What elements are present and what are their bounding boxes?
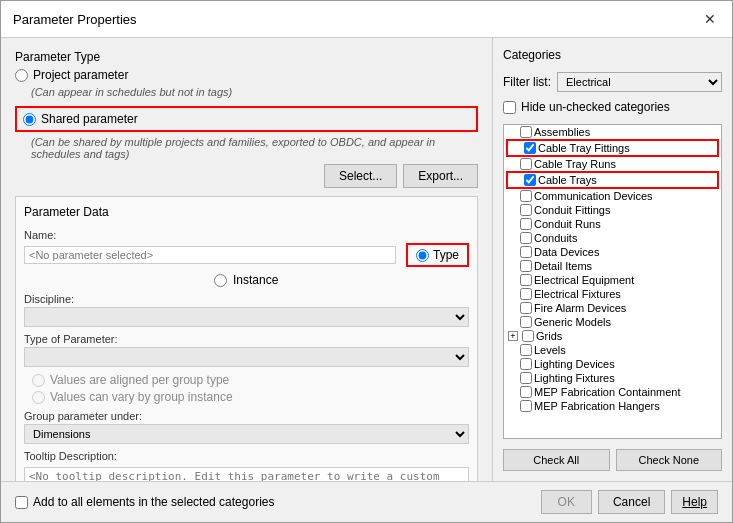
cat-checkbox-lighting-devices[interactable] <box>520 358 532 370</box>
cat-item-communication-devices[interactable]: Communication Devices <box>504 189 721 203</box>
cat-checkbox-mep-fab-containment[interactable] <box>520 386 532 398</box>
cat-item-detail-items[interactable]: Detail Items <box>504 259 721 273</box>
name-input[interactable] <box>24 246 396 264</box>
cat-label-conduit-fittings: Conduit Fittings <box>534 204 610 216</box>
select-button[interactable]: Select... <box>324 164 397 188</box>
cat-item-levels[interactable]: Levels <box>504 343 721 357</box>
cat-item-mep-fab-hangers[interactable]: MEP Fabrication Hangers <box>504 399 721 413</box>
cancel-button[interactable]: Cancel <box>598 490 665 514</box>
hide-unchecked-checkbox[interactable] <box>503 101 516 114</box>
group-select[interactable]: Dimensions <box>24 424 469 444</box>
cat-checkbox-fire-alarm-devices[interactable] <box>520 302 532 314</box>
cat-label-assemblies: Assemblies <box>534 126 590 138</box>
cat-checkbox-conduits[interactable] <box>520 232 532 244</box>
cat-label-cable-trays: Cable Trays <box>538 174 597 186</box>
grids-expand-icon[interactable]: + <box>508 331 518 341</box>
instance-row: Instance <box>214 273 469 287</box>
tooltip-textarea[interactable] <box>24 467 469 481</box>
cat-item-electrical-fixtures[interactable]: Electrical Fixtures <box>504 287 721 301</box>
name-label: Name: <box>24 229 469 241</box>
cat-checkbox-cable-trays[interactable] <box>524 174 536 186</box>
cat-item-electrical-equipment[interactable]: Electrical Equipment <box>504 273 721 287</box>
discipline-select[interactable] <box>24 307 469 327</box>
shared-param-note: (Can be shared by multiple projects and … <box>31 136 478 160</box>
shared-param-radio[interactable] <box>23 113 36 126</box>
cat-checkbox-grids[interactable] <box>522 330 534 342</box>
project-param-label[interactable]: Project parameter <box>33 68 128 82</box>
cat-label-communication-devices: Communication Devices <box>534 190 653 202</box>
cat-label-conduit-runs: Conduit Runs <box>534 218 601 230</box>
type-of-param-label: Type of Parameter: <box>24 333 469 345</box>
cat-checkbox-detail-items[interactable] <box>520 260 532 272</box>
hide-label: Hide un-checked categories <box>521 100 670 114</box>
cat-item-conduit-runs[interactable]: Conduit Runs <box>504 217 721 231</box>
instance-radio[interactable] <box>214 274 227 287</box>
values-aligned-radio <box>32 374 45 387</box>
check-none-button[interactable]: Check None <box>616 449 723 471</box>
ok-button[interactable]: OK <box>541 490 592 514</box>
cat-label-lighting-fixtures: Lighting Fixtures <box>534 372 615 384</box>
cat-checkbox-conduit-fittings[interactable] <box>520 204 532 216</box>
cat-item-data-devices[interactable]: Data Devices <box>504 245 721 259</box>
cat-item-conduit-fittings[interactable]: Conduit Fittings <box>504 203 721 217</box>
close-button[interactable]: ✕ <box>700 9 720 29</box>
cat-item-grids[interactable]: + Grids <box>504 329 721 343</box>
type-of-param-select[interactable] <box>24 347 469 367</box>
cat-checkbox-cable-tray-fittings[interactable] <box>524 142 536 154</box>
group-label: Group parameter under: <box>24 410 469 422</box>
values-vary-label: Values can vary by group instance <box>50 390 233 404</box>
cat-label-generic-models: Generic Models <box>534 316 611 328</box>
categories-title: Categories <box>503 48 722 62</box>
export-button[interactable]: Export... <box>403 164 478 188</box>
project-param-radio[interactable] <box>15 69 28 82</box>
cat-checkbox-electrical-fixtures[interactable] <box>520 288 532 300</box>
cat-label-mep-fab-containment: MEP Fabrication Containment <box>534 386 681 398</box>
cat-item-conduits[interactable]: Conduits <box>504 231 721 245</box>
cat-checkbox-communication-devices[interactable] <box>520 190 532 202</box>
cat-label-mep-fab-hangers: MEP Fabrication Hangers <box>534 400 660 412</box>
type-radio[interactable] <box>416 249 429 262</box>
cat-label-fire-alarm-devices: Fire Alarm Devices <box>534 302 626 314</box>
cat-item-cable-trays[interactable]: Cable Trays <box>508 173 717 187</box>
cat-checkbox-lighting-fixtures[interactable] <box>520 372 532 384</box>
cat-checkbox-conduit-runs[interactable] <box>520 218 532 230</box>
cat-item-lighting-devices[interactable]: Lighting Devices <box>504 357 721 371</box>
filter-select[interactable]: Electrical <box>557 72 722 92</box>
check-all-button[interactable]: Check All <box>503 449 610 471</box>
cat-label-electrical-fixtures: Electrical Fixtures <box>534 288 621 300</box>
cat-checkbox-data-devices[interactable] <box>520 246 532 258</box>
cat-label-cable-tray-fittings: Cable Tray Fittings <box>538 142 630 154</box>
cat-item-cable-tray-runs[interactable]: Cable Tray Runs <box>504 157 721 171</box>
cat-item-cable-tray-fittings[interactable]: Cable Tray Fittings <box>508 141 717 155</box>
type-of-param-row: Type of Parameter: <box>24 333 469 367</box>
cat-red-box-cable-trays: Cable Trays <box>506 171 719 189</box>
cat-checkbox-electrical-equipment[interactable] <box>520 274 532 286</box>
help-button[interactable]: Help <box>671 490 718 514</box>
cat-red-box-cable-tray-fittings: Cable Tray Fittings <box>506 139 719 157</box>
dialog-footer: Add to all elements in the selected cate… <box>1 481 732 522</box>
shared-param-label[interactable]: Shared parameter <box>41 112 138 126</box>
project-param-radio-row: Project parameter <box>15 68 478 82</box>
cat-item-generic-models[interactable]: Generic Models <box>504 315 721 329</box>
discipline-row: Discipline: <box>24 293 469 327</box>
cat-item-assemblies[interactable]: Assemblies <box>504 125 721 139</box>
parameter-type-title: Parameter Type <box>15 50 478 64</box>
cat-item-lighting-fixtures[interactable]: Lighting Fixtures <box>504 371 721 385</box>
cat-item-fire-alarm-devices[interactable]: Fire Alarm Devices <box>504 301 721 315</box>
tooltip-label: Tooltip Description: <box>24 450 469 462</box>
values-aligned-label: Values are aligned per group type <box>50 373 229 387</box>
type-radio-label[interactable]: Type <box>433 248 459 262</box>
cat-checkbox-generic-models[interactable] <box>520 316 532 328</box>
type-button-row: Select... Export... <box>15 164 478 188</box>
filter-row: Filter list: Electrical <box>503 72 722 92</box>
parameter-type-radios: Project parameter (Can appear in schedul… <box>15 68 478 160</box>
cat-item-mep-fab-containment[interactable]: MEP Fabrication Containment <box>504 385 721 399</box>
values-aligned-row: Values are aligned per group type <box>32 373 469 387</box>
add-to-elements-checkbox[interactable] <box>15 496 28 509</box>
parameter-properties-dialog: Parameter Properties ✕ Parameter Type Pr… <box>0 0 733 523</box>
cat-checkbox-cable-tray-runs[interactable] <box>520 158 532 170</box>
cat-checkbox-mep-fab-hangers[interactable] <box>520 400 532 412</box>
cat-checkbox-levels[interactable] <box>520 344 532 356</box>
cat-checkbox-assemblies[interactable] <box>520 126 532 138</box>
instance-radio-label[interactable]: Instance <box>233 273 278 287</box>
